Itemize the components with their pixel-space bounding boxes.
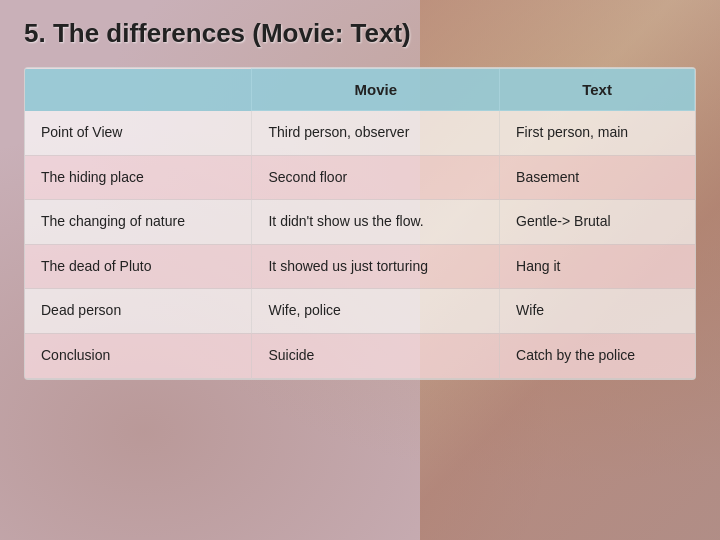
row-movie: It didn't show us the flow.: [252, 200, 500, 245]
page-title: 5. The differences (Movie: Text): [24, 18, 696, 49]
page-content: 5. The differences (Movie: Text) Movie T…: [0, 0, 720, 398]
table-row: The changing of natureIt didn't show us …: [25, 200, 695, 245]
table-row: The hiding placeSecond floorBasement: [25, 155, 695, 200]
row-movie: Suicide: [252, 333, 500, 378]
row-text: Catch by the police: [500, 333, 695, 378]
row-label: The changing of nature: [25, 200, 252, 245]
table-header-row: Movie Text: [25, 69, 695, 111]
table-row: Point of ViewThird person, observerFirst…: [25, 111, 695, 156]
row-label: Point of View: [25, 111, 252, 156]
comparison-table-wrapper: Movie Text Point of ViewThird person, ob…: [24, 67, 696, 380]
row-movie: Third person, observer: [252, 111, 500, 156]
row-text: Gentle-> Brutal: [500, 200, 695, 245]
row-movie: Second floor: [252, 155, 500, 200]
col-header-text: Text: [500, 69, 695, 111]
table-row: Dead personWife, policeWife: [25, 289, 695, 334]
table-row: The dead of PlutoIt showed us just tortu…: [25, 244, 695, 289]
table-row: ConclusionSuicideCatch by the police: [25, 333, 695, 378]
row-text: Hang it: [500, 244, 695, 289]
row-label: Dead person: [25, 289, 252, 334]
col-header-movie: Movie: [252, 69, 500, 111]
row-label: Conclusion: [25, 333, 252, 378]
row-label: The hiding place: [25, 155, 252, 200]
row-label: The dead of Pluto: [25, 244, 252, 289]
row-movie: Wife, police: [252, 289, 500, 334]
table-body: Point of ViewThird person, observerFirst…: [25, 111, 695, 379]
col-header-empty: [25, 69, 252, 111]
row-movie: It showed us just torturing: [252, 244, 500, 289]
row-text: Wife: [500, 289, 695, 334]
comparison-table: Movie Text Point of ViewThird person, ob…: [25, 68, 695, 379]
row-text: Basement: [500, 155, 695, 200]
row-text: First person, main: [500, 111, 695, 156]
